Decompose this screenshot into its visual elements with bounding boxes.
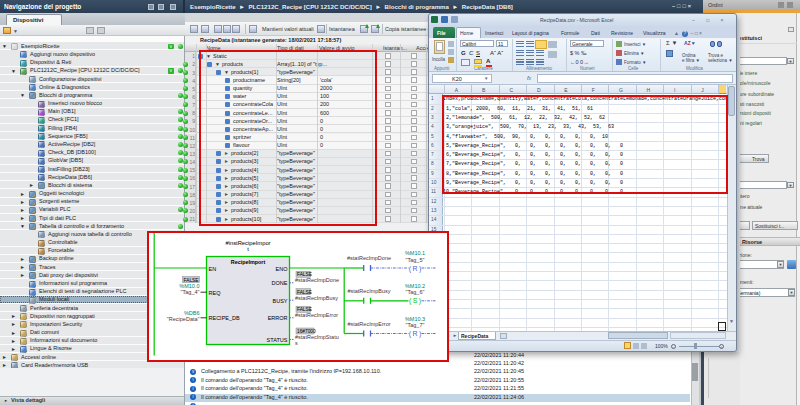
svg-text:"RecipeData": "RecipeData" (167, 316, 200, 322)
svg-text:s: s (295, 340, 298, 346)
svg-text:BUSY: BUSY (273, 298, 288, 304)
svg-text:FALSE: FALSE (184, 278, 199, 283)
svg-text:#statRecImpDone: #statRecImpDone (347, 255, 391, 261)
svg-text:%M10.1: %M10.1 (405, 250, 425, 256)
svg-text:EN: EN (209, 266, 217, 272)
svg-text:"Tag_4": "Tag_4" (181, 289, 200, 295)
svg-text:ENO: ENO (276, 266, 289, 272)
svg-text:RECIPE_DB: RECIPE_DB (209, 315, 241, 321)
svg-text:( S ): ( S ) (409, 297, 421, 305)
svg-text:#statRecImpBusy: #statRecImpBusy (295, 295, 338, 301)
svg-text:#statRecImpBusy: #statRecImpBusy (347, 288, 390, 294)
svg-text:RecipeImport: RecipeImport (231, 259, 266, 265)
svg-text:"Tag_7": "Tag_7" (406, 322, 425, 328)
svg-text:#statRecImpError: #statRecImpError (295, 312, 338, 318)
svg-text:( R ): ( R ) (409, 330, 422, 338)
svg-text:STATUS: STATUS (267, 337, 288, 343)
svg-text:ERROR: ERROR (268, 315, 288, 321)
svg-text:%M10.2: %M10.2 (405, 283, 425, 289)
svg-text:#statRecImpDone: #statRecImpDone (295, 277, 339, 283)
svg-text:#statRecImpError: #statRecImpError (347, 321, 390, 327)
svg-text:t: t (247, 246, 249, 252)
svg-text:#statRecImpStatu: #statRecImpStatu (295, 334, 339, 340)
svg-text:( R ): ( R ) (409, 265, 422, 273)
svg-text:DONE: DONE (272, 280, 288, 286)
svg-text:"Tag_6": "Tag_6" (406, 289, 425, 295)
svg-text:"Tag_5": "Tag_5" (406, 257, 425, 263)
svg-text:%M10.3: %M10.3 (405, 316, 425, 322)
svg-text:REQ: REQ (209, 290, 222, 296)
